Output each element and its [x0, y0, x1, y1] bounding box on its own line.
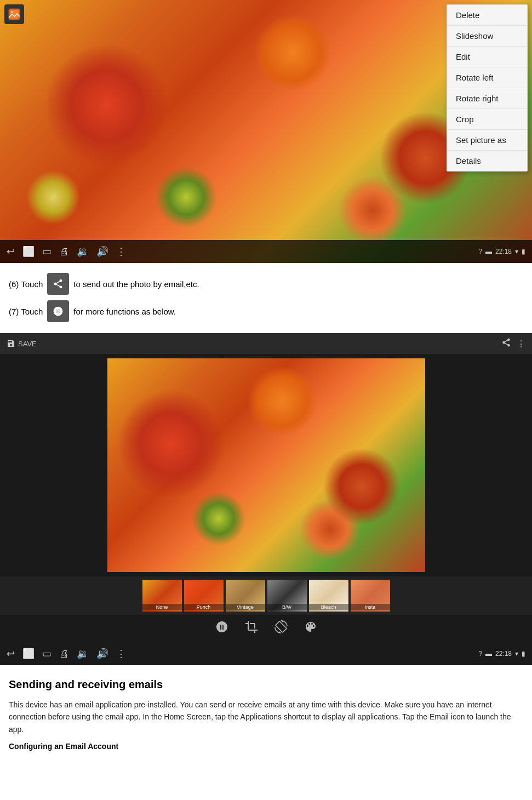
- status-bar-2: ↩ ⬜ ▭ 🖨 🔉 🔊 ⋮ ? ▬ 22:18 ▾ ▮: [0, 642, 532, 665]
- menu-item-delete[interactable]: Delete: [447, 5, 527, 26]
- email-section-body: This device has an email application pre…: [9, 699, 523, 735]
- home-icon-2[interactable]: ⬜: [22, 648, 35, 660]
- crop-icon[interactable]: [245, 620, 258, 637]
- first-screenshot: Delete Slideshow Edit Rotate left Rotate…: [0, 0, 532, 263]
- filter-bw-label: B/W: [267, 604, 307, 610]
- recents-icon-2[interactable]: ▭: [42, 648, 52, 660]
- menu-item-edit[interactable]: Edit: [447, 47, 527, 67]
- volume-icon-2[interactable]: 🔉: [77, 648, 89, 660]
- filter-strip: None Punch Vintage B/W Bleach Insta: [0, 576, 532, 615]
- status-right-2: ? ▬ 22:18 ▾ ▮: [478, 650, 525, 658]
- menu-item-details[interactable]: Details: [447, 151, 527, 171]
- menu-item-slideshow[interactable]: Slideshow: [447, 26, 527, 47]
- filter-vintage[interactable]: Vintage: [226, 580, 265, 612]
- status-icon: ▮: [522, 248, 525, 255]
- touch-7-prefix: (7) Touch: [9, 307, 43, 316]
- time-display-1: 22:18: [495, 248, 512, 255]
- ss2-main-image: [107, 358, 425, 572]
- wifi-icon-2: ?: [478, 650, 482, 658]
- recents-icon[interactable]: ▭: [42, 245, 52, 258]
- save-button[interactable]: SAVE: [7, 339, 37, 348]
- touch-6-suffix: to send out the photo by email,etc.: [73, 279, 199, 289]
- wifi-icon: ?: [478, 248, 482, 255]
- filter-vintage-label: Vintage: [226, 604, 265, 610]
- filter-insta[interactable]: Insta: [351, 580, 390, 612]
- volume-up-icon-2[interactable]: 🔊: [96, 648, 108, 660]
- overflow-icon[interactable]: ⋮: [116, 245, 126, 258]
- filter-none-label: None: [142, 604, 182, 610]
- gallery-app-icon: [4, 4, 24, 24]
- status-right-1: ? ▬ 22:18 ▾ ▮: [478, 248, 525, 255]
- second-screenshot: SAVE ⋮ None Punch Vintage B/W: [0, 333, 532, 665]
- filter-bleach[interactable]: Bleach: [309, 580, 348, 612]
- email-section: Sending and receiving emails This device…: [0, 665, 532, 759]
- share-icon-button[interactable]: [47, 273, 69, 295]
- ss2-tool-row: [0, 615, 532, 642]
- email-section-subheading: Configuring an Email Account: [9, 742, 523, 751]
- color-icon[interactable]: [304, 620, 317, 637]
- filter-bleach-label: Bleach: [309, 604, 348, 610]
- menu-item-rotate-left[interactable]: Rotate left: [447, 67, 527, 88]
- signal-icon: ▾: [515, 248, 518, 255]
- context-menu: Delete Slideshow Edit Rotate left Rotate…: [447, 4, 528, 172]
- status-icon-2: ▮: [522, 650, 525, 658]
- filter-none[interactable]: None: [142, 580, 182, 612]
- overflow-icon-ss2[interactable]: ⋮: [517, 339, 525, 349]
- menu-item-set-picture-as[interactable]: Set picture as: [447, 130, 527, 151]
- menu-item-crop[interactable]: Crop: [447, 109, 527, 130]
- status-bar-1: ↩ ⬜ ▭ 🖨 🔉 🔊 ⋮ ? ▬ 22:18 ▾ ▮: [0, 240, 532, 263]
- volume-up-icon[interactable]: 🔊: [96, 245, 108, 258]
- print-icon-2[interactable]: 🖨: [59, 648, 69, 660]
- screenshot2-inner: SAVE ⋮ None Punch Vintage B/W: [0, 333, 532, 665]
- touch-row-6: (6) Touch to send out the photo by email…: [9, 273, 523, 295]
- touch-7-suffix: for more functions as below.: [73, 307, 176, 316]
- filter-bw[interactable]: B/W: [267, 580, 307, 612]
- overflow-icon-2[interactable]: ⋮: [116, 648, 126, 660]
- more-functions-icon-button[interactable]: [47, 300, 69, 322]
- touch-row-7: (7) Touch for more functions as below.: [9, 300, 523, 322]
- email-section-heading: Sending and receiving emails: [9, 678, 523, 691]
- filter-punch-label: Punch: [184, 604, 224, 610]
- effects-icon[interactable]: [215, 620, 228, 637]
- rotate-icon[interactable]: [274, 620, 288, 637]
- back-icon[interactable]: ↩: [7, 245, 15, 258]
- battery-icon: ▬: [485, 248, 492, 255]
- svg-point-2: [11, 11, 13, 13]
- ss2-topbar: SAVE ⋮: [0, 333, 532, 354]
- touch-6-prefix: (6) Touch: [9, 279, 43, 289]
- filter-punch[interactable]: Punch: [184, 580, 224, 612]
- home-icon[interactable]: ⬜: [22, 245, 35, 258]
- volume-icon[interactable]: 🔉: [77, 245, 89, 258]
- save-label: SAVE: [18, 340, 37, 348]
- battery-icon-2: ▬: [485, 650, 492, 658]
- menu-item-rotate-right[interactable]: Rotate right: [447, 88, 527, 109]
- fruit-image-top: Delete Slideshow Edit Rotate left Rotate…: [0, 0, 532, 263]
- signal-icon-2: ▾: [515, 650, 518, 658]
- time-display-2: 22:18: [495, 650, 512, 658]
- share-icon-top[interactable]: [501, 338, 511, 350]
- back-icon-2[interactable]: ↩: [7, 648, 15, 660]
- inline-text-section: (6) Touch to send out the photo by email…: [0, 263, 532, 333]
- filter-insta-label: Insta: [351, 604, 390, 610]
- print-icon[interactable]: 🖨: [59, 246, 69, 258]
